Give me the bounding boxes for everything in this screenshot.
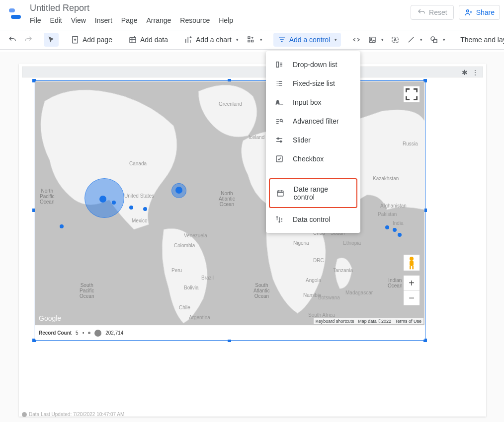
undo-button[interactable]	[5, 33, 20, 47]
control-data-control[interactable]: Data control	[266, 210, 360, 229]
community-vis-button[interactable]	[244, 33, 265, 47]
add-data-label: Add data	[140, 36, 168, 44]
menu-arrange[interactable]: Arrange	[147, 16, 171, 24]
fullscreen-button[interactable]	[404, 86, 420, 102]
legend-dot-small	[88, 332, 90, 334]
page-header-placeholder[interactable]: ✱ ⋮	[22, 67, 483, 77]
theme-layout-button[interactable]: Theme and layout	[456, 33, 504, 46]
auto-fix-icon[interactable]: ✱	[462, 69, 468, 76]
menu-bar: File Edit View Insert Page Arrange Resou…	[28, 14, 411, 24]
svg-rect-23	[277, 191, 283, 196]
item-label: Data control	[293, 215, 330, 223]
more-icon[interactable]: ⋮	[472, 69, 479, 76]
legend-dot-big	[94, 330, 101, 337]
text-button[interactable]	[388, 33, 403, 47]
control-fixed-list[interactable]: Fixed-size list	[266, 74, 360, 93]
info-icon	[22, 412, 27, 417]
reset-label: Reset	[429, 8, 447, 16]
app-header: Untitled Report File Edit View Insert Pa…	[0, 0, 504, 30]
item-label: Checkbox	[293, 155, 324, 163]
zoom-in-button[interactable]: +	[404, 276, 420, 290]
data-bubble	[60, 224, 64, 228]
canvas[interactable]: ✱ ⋮	[0, 52, 504, 422]
add-chart-label: Add a chart	[196, 36, 232, 44]
menu-insert[interactable]: Insert	[95, 16, 112, 24]
item-label: Fixed-size list	[293, 79, 335, 87]
data-bubble	[129, 206, 133, 210]
svg-rect-22	[276, 156, 282, 162]
svg-rect-16	[410, 266, 411, 270]
add-control-label: Add a control	[289, 36, 331, 44]
text-box-icon	[391, 35, 400, 44]
share-label: Share	[476, 8, 495, 16]
menu-view[interactable]: View	[71, 16, 86, 24]
apps-plus-icon	[247, 35, 255, 44]
zoom-out-button[interactable]: −	[404, 290, 420, 305]
data-bubble	[398, 233, 402, 237]
svg-rect-17	[412, 266, 414, 270]
data-bubble	[393, 228, 397, 232]
report-page[interactable]: ✱ ⋮	[19, 64, 486, 417]
input-icon	[275, 98, 284, 107]
select-tool[interactable]	[44, 33, 59, 47]
cursor-icon	[47, 35, 56, 44]
search-list-icon	[275, 117, 284, 126]
line-button[interactable]	[404, 33, 425, 47]
map-pane[interactable]: North Pacific Ocean North Atlantic Ocean…	[35, 81, 424, 325]
terms-link[interactable]: Terms of Use	[395, 319, 421, 324]
add-page-label: Add page	[83, 36, 112, 44]
add-control-button[interactable]: Add a control	[273, 33, 341, 47]
geo-chart-selection[interactable]: North Pacific Ocean North Atlantic Ocean…	[34, 80, 425, 341]
svg-rect-0	[9, 8, 15, 12]
image-button[interactable]	[365, 33, 387, 47]
map-footer: Keyboard shortcuts Map data ©2022 Terms …	[314, 318, 423, 324]
svg-rect-5	[248, 37, 250, 39]
menu-resource[interactable]: Resource	[180, 16, 210, 24]
keyboard-shortcuts-link[interactable]: Keyboard shortcuts	[316, 319, 354, 324]
data-plus-icon	[128, 35, 137, 44]
app-logo	[6, 5, 24, 23]
page-footer-info: Data Last Updated: 7/20/2022 10:47:07 AM	[22, 412, 124, 417]
item-label: Slider	[293, 136, 311, 144]
svg-point-11	[431, 37, 435, 41]
svg-rect-1	[11, 15, 21, 19]
map-data-label: Map data ©2022	[358, 319, 391, 324]
code-icon	[352, 35, 361, 44]
share-button[interactable]: Share	[459, 5, 500, 20]
theme-label: Theme and layout	[460, 36, 504, 44]
item-label: Advanced filter	[293, 117, 339, 125]
control-advanced-filter[interactable]: Advanced filter	[266, 112, 360, 131]
menu-file[interactable]: File	[30, 16, 41, 24]
checkbox-icon	[275, 154, 284, 163]
slider-icon	[275, 136, 284, 144]
control-date-range[interactable]: Date range control	[269, 178, 357, 208]
chart-legend: Record Count 5 • 202,714	[35, 326, 424, 340]
legend-max: 202,714	[105, 330, 123, 336]
control-dropdown-list[interactable]: Drop-down list	[266, 55, 360, 74]
reset-button[interactable]: Reset	[411, 5, 454, 20]
control-slider[interactable]: Slider	[266, 131, 360, 149]
item-label: Date range control	[294, 185, 350, 201]
add-page-button[interactable]: Add page	[67, 33, 116, 47]
menu-help[interactable]: Help	[219, 16, 233, 24]
control-input-box[interactable]: Input box	[266, 93, 360, 112]
shape-button[interactable]	[426, 33, 448, 47]
svg-rect-6	[248, 40, 250, 42]
control-checkbox[interactable]: Checkbox	[266, 149, 360, 168]
add-data-button[interactable]: Add data	[124, 33, 172, 47]
add-chart-button[interactable]: Add a chart	[180, 33, 243, 47]
embed-button[interactable]	[349, 33, 364, 47]
data-bubble	[385, 225, 389, 229]
svg-rect-15	[410, 261, 414, 266]
doc-title[interactable]: Untitled Report	[28, 2, 411, 14]
chart-plus-icon	[184, 35, 193, 44]
add-control-menu: Drop-down list Fixed-size list Input box…	[266, 51, 360, 233]
pegman-button[interactable]	[404, 255, 420, 271]
menu-edit[interactable]: Edit	[50, 16, 62, 24]
menu-page[interactable]: Page	[121, 16, 138, 24]
list-icon	[275, 79, 284, 88]
data-bubble	[175, 187, 182, 194]
redo-button[interactable]	[21, 33, 36, 47]
svg-rect-4	[130, 38, 136, 43]
calendar-icon	[276, 189, 285, 198]
